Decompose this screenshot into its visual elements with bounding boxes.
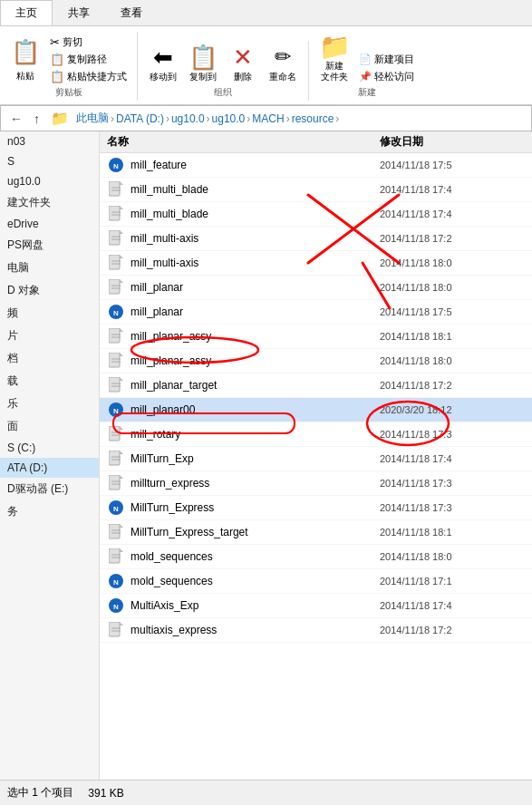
file-icon <box>107 376 125 394</box>
left-item-ug10[interactable]: ug10.0 <box>0 171 99 191</box>
up-button[interactable]: ↑ <box>30 111 44 127</box>
tab-home[interactable]: 主页 <box>0 0 53 25</box>
file-name: multiaxis_express <box>131 624 380 636</box>
svg-marker-29 <box>120 353 123 356</box>
table-row[interactable]: Nmold_sequences2014/11/18 17:1 <box>100 569 532 594</box>
crumb-ug1[interactable]: ug10.0 <box>171 112 205 125</box>
table-row[interactable]: millturn_express2014/11/18 17:3 <box>100 471 532 496</box>
file-date: 2014/11/18 17:2 <box>380 625 525 635</box>
left-item-d[interactable]: ATA (D:) <box>0 458 99 478</box>
table-row[interactable]: Nmill_planar002020/3/20 18:12 <box>100 398 532 422</box>
delete-icon: ✕ <box>228 43 257 72</box>
file-icon <box>107 425 125 443</box>
table-row[interactable]: mill_planar_assy2014/11/18 18:1 <box>100 325 532 349</box>
table-row[interactable]: Nmill_feature2014/11/18 17:5 <box>100 153 532 178</box>
table-row[interactable]: mill_planar2014/11/18 18:0 <box>100 276 532 300</box>
svg-text:N: N <box>113 309 119 317</box>
file-name: mill_planar_assy <box>131 330 380 343</box>
file-icon <box>107 352 125 370</box>
table-row[interactable]: mill_multi_blade2014/11/18 17:4 <box>100 202 532 227</box>
file-icon <box>107 180 125 199</box>
crumb-resource[interactable]: resource <box>292 112 334 125</box>
file-icon: N <box>107 499 125 517</box>
col-date-header[interactable]: 修改日期 <box>380 134 525 150</box>
file-name: mold_sequences <box>131 550 380 563</box>
svg-marker-39 <box>120 426 123 430</box>
file-date: 2014/11/18 18:1 <box>380 331 525 342</box>
svg-rect-24 <box>109 328 120 343</box>
back-button[interactable]: ← <box>6 111 26 127</box>
table-row[interactable]: MillTurn_Exp2014/11/18 17:4 <box>100 447 532 471</box>
left-item-desktop[interactable]: 面 <box>0 415 99 438</box>
file-name: mill_planar_target <box>131 379 380 392</box>
left-item-dobject[interactable]: D 对象 <box>0 279 99 302</box>
copy-path-label: 复制路径 <box>67 53 107 66</box>
ribbon-content: 📋 粘贴 ✂ 剪切 📋 复制路径 📋 粘贴快捷方式 <box>0 26 532 104</box>
move-to-button[interactable]: ⬅ 移动到 <box>145 41 181 84</box>
svg-rect-6 <box>109 206 120 220</box>
crumb-ug2[interactable]: ug10.0 <box>212 112 246 125</box>
left-item-computer[interactable]: 电脑 <box>0 257 99 279</box>
table-row[interactable]: mill_planar_target2014/11/18 17:2 <box>100 373 532 398</box>
new-folder-button[interactable]: 📁 新建 文件夹 <box>316 30 353 84</box>
left-item-downloads[interactable]: 载 <box>0 370 99 393</box>
tab-view[interactable]: 查看 <box>105 0 158 25</box>
table-row[interactable]: NMillTurn_Express2014/11/18 17:3 <box>100 496 532 520</box>
easy-access-button[interactable]: 📌 轻松访问 <box>356 69 417 84</box>
new-item-button[interactable]: 📄 新建项目 <box>356 52 417 67</box>
col-name-header[interactable]: 名称 <box>107 134 380 150</box>
crumb-data[interactable]: DATA (D:) <box>116 112 164 125</box>
rename-button[interactable]: ✏ 重命名 <box>265 41 301 84</box>
file-date: 2014/11/18 18:0 <box>380 355 525 366</box>
paste-button[interactable]: 📋 粘贴 <box>7 32 44 84</box>
svg-marker-33 <box>120 377 123 381</box>
table-row[interactable]: NMultiAxis_Exp2014/11/18 17:4 <box>100 594 532 618</box>
table-row[interactable]: mill_rotary2014/11/18 17:3 <box>100 422 532 447</box>
table-row[interactable]: mill_multi_blade2014/11/18 17:4 <box>100 178 532 202</box>
left-item-n03[interactable]: n03 <box>0 131 99 151</box>
copy-path-button[interactable]: 📋 复制路径 <box>47 52 130 67</box>
cut-button[interactable]: ✂ 剪切 <box>47 34 130 50</box>
table-row[interactable]: multiaxis_express2014/11/18 17:2 <box>100 618 532 643</box>
file-name: MillTurn_Exp <box>131 452 380 465</box>
cut-label: 剪切 <box>63 35 82 49</box>
left-item-newfolder[interactable]: 建文件夹 <box>0 191 99 214</box>
left-item-edrive[interactable]: eDrive <box>0 214 99 234</box>
file-name: MultiAxis_Exp <box>131 599 380 612</box>
file-name: mill_rotary <box>131 428 380 441</box>
left-item-task[interactable]: 务 <box>0 500 99 523</box>
left-item-e[interactable]: D驱动器 (E:) <box>0 478 99 500</box>
copy-to-button[interactable]: 📋 复制到 <box>185 41 221 84</box>
table-row[interactable]: MillTurn_Express_target2014/11/18 18:1 <box>100 520 532 545</box>
left-item-s[interactable]: S <box>0 151 99 171</box>
svg-rect-38 <box>109 426 120 441</box>
left-item-psdisk[interactable]: PS网盘 <box>0 234 99 257</box>
tab-share[interactable]: 共享 <box>53 0 105 25</box>
table-row[interactable]: mill_multi-axis2014/11/18 17:2 <box>100 227 532 251</box>
file-list-header: 名称 修改日期 <box>100 131 532 153</box>
clipboard-group: 📋 粘贴 ✂ 剪切 📋 复制路径 📋 粘贴快捷方式 <box>7 32 138 101</box>
crumb-computer[interactable]: 此电脑 <box>76 111 109 126</box>
file-date: 2014/11/18 18:0 <box>380 551 525 562</box>
table-row[interactable]: mold_sequences2014/11/18 18:0 <box>100 545 532 569</box>
svg-rect-2 <box>109 181 120 196</box>
crumb-mach[interactable]: MACH <box>252 112 284 125</box>
file-date: 2014/11/18 17:5 <box>380 160 525 170</box>
paste-shortcut-button[interactable]: 📋 粘贴快捷方式 <box>47 69 130 84</box>
left-item-video[interactable]: 频 <box>0 302 99 325</box>
table-row[interactable]: mill_multi-axis2014/11/18 18:0 <box>100 251 532 276</box>
ribbon: 主页 共享 查看 📋 粘贴 ✂ 剪切 📋 复制路径 <box>0 0 532 105</box>
file-date: 2014/11/18 17:4 <box>380 209 525 219</box>
file-date: 2014/11/18 17:4 <box>380 184 525 195</box>
left-item-c[interactable]: S (C:) <box>0 438 99 458</box>
file-icon <box>107 327 125 345</box>
file-name: mill_multi_blade <box>131 183 380 196</box>
left-item-photo[interactable]: 片 <box>0 325 99 347</box>
table-row[interactable]: mill_planar_assy2014/11/18 18:0 <box>100 349 532 373</box>
left-item-music[interactable]: 乐 <box>0 393 99 415</box>
delete-button[interactable]: ✕ 删除 <box>225 41 261 84</box>
table-row[interactable]: Nmill_planar2014/11/18 17:5 <box>100 300 532 325</box>
file-name: mill_multi-axis <box>131 257 380 269</box>
folder-icon: 📁 <box>47 109 73 128</box>
left-item-docs[interactable]: 档 <box>0 347 99 370</box>
